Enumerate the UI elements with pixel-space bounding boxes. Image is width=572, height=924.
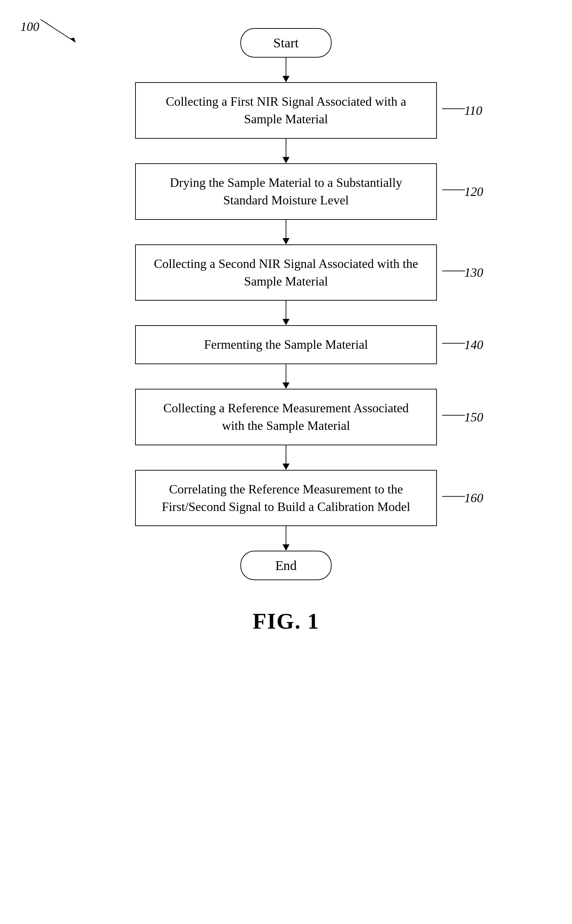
step-160-label: 160 [440,489,479,506]
arrow-160-to-end [283,526,289,551]
arrow-120-to-130 [283,220,289,245]
step-130-box: Collecting a Second NIR Signal Associate… [135,245,437,301]
label-arrow-100 [40,19,82,47]
step-140-wrapper: Fermenting the Sample Material 140 [135,325,437,364]
arrow-start-to-110 [283,58,289,82]
step-120-box: Drying the Sample Material to a Substant… [135,163,437,220]
step-160-wrapper: Correlating the Reference Measurement to… [135,470,437,527]
arrow-130-to-140 [283,301,289,325]
step-130-wrapper: Collecting a Second NIR Signal Associate… [135,245,437,301]
svg-marker-1 [70,37,75,42]
svg-line-0 [40,19,75,42]
figure-caption: FIG. 1 [253,608,319,634]
step-150-label: 150 [440,408,479,425]
step-120-wrapper: Drying the Sample Material to a Substant… [135,163,437,220]
start-terminal: Start [240,28,332,58]
step-150-wrapper: Collecting a Reference Measurement Assoc… [135,389,437,445]
step-110-label: 110 [440,102,479,119]
step-160-box: Correlating the Reference Measurement to… [135,470,437,527]
flowchart: Start Collecting a First NIR Signal Asso… [0,14,572,580]
step-140-box: Fermenting the Sample Material [135,325,437,364]
step-110-box: Collecting a First NIR Signal Associated… [135,82,437,139]
step-110-wrapper: Collecting a First NIR Signal Associated… [135,82,437,139]
arrow-140-to-150 [283,364,289,389]
diagram-container: 100 Start Collecting a First NIR Signal … [0,0,572,655]
figure-label-100: 100 [20,19,39,34]
step-120-label: 120 [440,183,479,200]
arrow-110-to-120 [283,139,289,163]
step-140-label: 140 [440,336,479,353]
step-130-label: 130 [440,264,479,281]
step-150-box: Collecting a Reference Measurement Assoc… [135,389,437,445]
arrow-150-to-160 [283,445,289,470]
end-terminal: End [240,551,332,580]
